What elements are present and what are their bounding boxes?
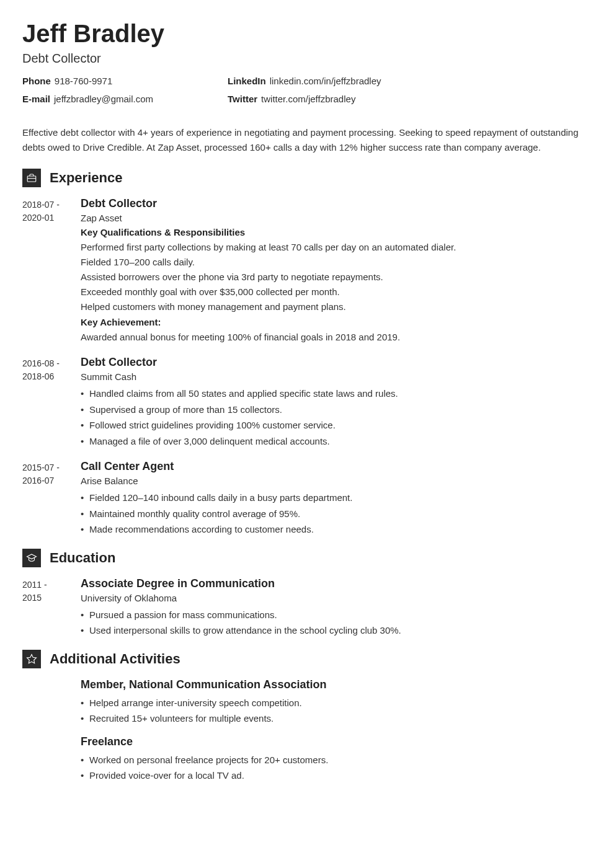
experience-title: Experience (50, 170, 122, 186)
person-name: Jeff Bradley (22, 20, 592, 48)
company-name: Zap Asset (81, 213, 592, 223)
linkedin-value: linkedin.com/in/jeffzbradley (270, 76, 381, 86)
svg-rect-0 (27, 176, 36, 182)
responsibility-line: Exceeded monthly goal with over $35,000 … (81, 285, 592, 299)
list-item: Followed strict guidelines providing 100… (81, 417, 592, 433)
education-entry: 2011 - 2015 Associate Degree in Communic… (22, 577, 592, 639)
education-section-header: Education (22, 549, 592, 567)
activities-title: Additional Activities (50, 651, 180, 667)
responsibility-line: Performed first party collections by mak… (81, 240, 592, 255)
experience-section-header: Experience (22, 169, 592, 187)
experience-entry: 2016-08 - 2018-06 Debt Collector Summit … (22, 356, 592, 449)
phone-value: 918-760-9971 (55, 76, 112, 86)
education-title: Education (50, 550, 115, 566)
activities-section-header: Additional Activities (22, 650, 592, 668)
date-end: 2018-06 (22, 370, 81, 383)
list-item: Provided voice-over for a local TV ad. (81, 768, 592, 784)
position-title: Debt Collector (81, 197, 592, 210)
list-item: Used interpersonal skills to grow attend… (81, 622, 592, 639)
list-item: Helped arrange inter-university speech c… (81, 695, 592, 711)
email-label: E-mail (22, 94, 50, 104)
activity-entry: Freelance Worked on personal freelance p… (81, 735, 592, 784)
qualifications-header: Key Qualifications & Responsibilities (81, 227, 592, 237)
list-item: Handled claims from all 50 states and ap… (81, 386, 592, 402)
date-start: 2011 - (22, 578, 81, 591)
company-name: Summit Cash (81, 371, 592, 382)
company-name: Arise Balance (81, 476, 592, 486)
contact-block: Phone 918-760-9971 E-mail jeffzbradley@g… (22, 76, 592, 112)
date-end: 2016-07 (22, 474, 81, 487)
list-item: Recruited 15+ volunteers for multiple ev… (81, 711, 592, 727)
experience-entry: 2018-07 - 2020-01 Debt Collector Zap Ass… (22, 197, 592, 345)
achievement-line: Awarded annual bonus for meeting 100% of… (81, 330, 592, 345)
job-title: Debt Collector (22, 51, 592, 66)
activity-title: Member, National Communication Associati… (81, 678, 592, 691)
list-item: Pursued a passion for mass communication… (81, 607, 592, 623)
graduation-cap-icon (22, 549, 41, 567)
achievement-header: Key Achievement: (81, 317, 592, 327)
list-item: Supervised a group of more than 15 colle… (81, 402, 592, 418)
date-start: 2016-08 - (22, 357, 81, 370)
position-title: Call Center Agent (81, 460, 592, 473)
email-value: jeffzbradley@gmail.com (54, 94, 153, 104)
phone-label: Phone (22, 76, 51, 86)
date-end: 2015 (22, 591, 81, 604)
school-name: University of Oklahoma (81, 593, 592, 603)
twitter-label: Twitter (228, 94, 257, 104)
activity-title: Freelance (81, 735, 592, 748)
responsibility-line: Assisted borrowers over the phone via 3r… (81, 270, 592, 285)
responsibility-line: Fielded 170–200 calls daily. (81, 255, 592, 270)
twitter-value: twitter.com/jeffzbradley (261, 94, 355, 104)
list-item: Maintained monthly quality control avera… (81, 506, 592, 522)
date-start: 2015-07 - (22, 461, 81, 474)
briefcase-icon (22, 169, 41, 187)
list-item: Worked on personal freelance projects fo… (81, 752, 592, 768)
experience-entry: 2015-07 - 2016-07 Call Center Agent Aris… (22, 460, 592, 538)
list-item: Managed a file of over 3,000 delinquent … (81, 433, 592, 450)
responsibility-line: Helped customers with money management a… (81, 299, 592, 314)
linkedin-label: LinkedIn (228, 76, 266, 86)
summary-text: Effective debt collector with 4+ years o… (22, 125, 592, 155)
activity-entry: Member, National Communication Associati… (81, 678, 592, 727)
degree-title: Associate Degree in Communication (81, 577, 592, 590)
date-end: 2020-01 (22, 211, 81, 224)
star-icon (22, 650, 41, 668)
list-item: Fielded 120–140 inbound calls daily in a… (81, 490, 592, 506)
position-title: Debt Collector (81, 356, 592, 369)
date-start: 2018-07 - (22, 198, 81, 211)
list-item: Made recommendations according to custom… (81, 521, 592, 538)
